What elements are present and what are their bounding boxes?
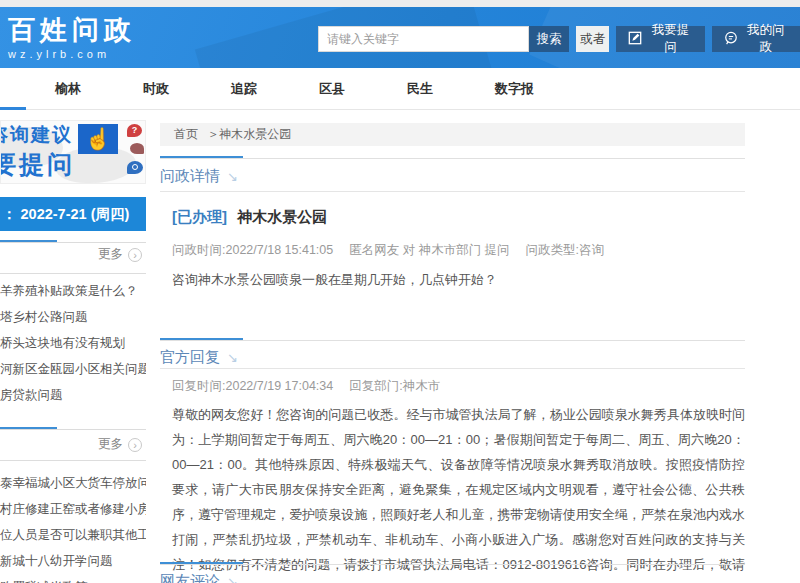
camera-bubble-icon (127, 161, 143, 174)
list-item[interactable]: 村庄修建正窑或者修建小房需要办 (0, 496, 146, 522)
ask-question-button[interactable]: 我要提问 (616, 26, 704, 52)
banner-text-line2: 要提问 (0, 148, 75, 181)
section-line (160, 562, 745, 565)
nav-active-indicator (0, 107, 26, 110)
search-input[interactable] (318, 26, 529, 52)
ask-question-label: 我要提问 (648, 22, 692, 56)
search-button[interactable]: 搜索 (529, 26, 569, 52)
section-title-reply: 官方回复↘ (160, 348, 238, 367)
sidebar-divider (0, 460, 146, 461)
site-header: 百姓问政 wz.ylrb.com 搜索 或者 我要提问 (0, 7, 800, 68)
list-item[interactable]: 泰幸福城小区大货车停放问题 (0, 470, 146, 496)
main-nav: 榆林 时政 追踪 区县 民生 数字报 (0, 68, 800, 110)
divider (160, 191, 745, 192)
list-item[interactable]: 河新区金瓯园小区相关问题 (0, 356, 146, 382)
chat-bubble-icon (130, 143, 144, 154)
reply-body: 尊敬的网友您好！您咨询的问题已收悉。经与市城管执法局了解，杨业公园喷泉水舞秀具体… (172, 402, 745, 583)
consult-banner[interactable]: 咨询建议 要提问 ☝ ? (0, 120, 146, 184)
section-title-detail: 问政详情↘ (160, 167, 238, 186)
sidebar-divider (0, 273, 146, 274)
or-button[interactable]: 或者 (576, 26, 609, 52)
section-arrow-icon: ↘ (227, 169, 238, 184)
list-item[interactable]: 购置税减半政策 (0, 574, 146, 583)
reply-meta: 回复时间:2022/7/19 17:04:34 回复部门:神木市 (172, 378, 440, 395)
speech-bubble-icon (724, 31, 738, 48)
chevron-right-circle-icon: › (128, 248, 142, 262)
banner-text-line1: 咨询建议 (0, 122, 73, 148)
more-label: 更多 (98, 436, 123, 453)
more-label: 更多 (98, 246, 123, 263)
list-item[interactable]: 新城十八幼开学问题 (0, 548, 146, 574)
section-line (160, 156, 745, 159)
more-link[interactable]: 更多 › (98, 436, 142, 453)
nav-item-shuzibao[interactable]: 数字报 (495, 80, 534, 98)
inquiry-question: 咨询神木水景公园喷泉一般在星期几开始，几点钟开始？ (172, 271, 745, 289)
list-item[interactable]: 房贷款问题 (0, 382, 146, 408)
question-bubble-icon: ? (127, 124, 142, 137)
pointer-hand-icon: ☝ (78, 124, 118, 154)
main-content: 首页 ＞神木水景公园 问政详情↘ [已办理] 神木水景公园 问政时间:2022/… (160, 120, 745, 583)
section-arrow-icon: ↘ (227, 574, 238, 583)
breadcrumb-home[interactable]: 首页 (174, 127, 198, 141)
nav-item-quxian[interactable]: 区县 (319, 80, 345, 98)
logo-title: 百姓问政 (8, 12, 136, 48)
inquiry-title-row: [已办理] 神木水景公园 (172, 208, 327, 227)
nav-item-shizheng[interactable]: 时政 (143, 80, 169, 98)
section-line (160, 338, 745, 341)
sidebar-section-line (0, 427, 146, 430)
my-inquiries-button[interactable]: 我的问政 (712, 26, 800, 52)
nav-item-zhuizong[interactable]: 追踪 (231, 80, 257, 98)
sidebar: 咨询建议 要提问 ☝ ? ： 2022-7-21 (周四) 更多 › 羊养殖补贴… (0, 120, 146, 583)
header-search-row: 搜索 或者 我要提问 (318, 26, 800, 52)
logo-subtitle: wz.ylrb.com (8, 48, 136, 60)
nav-item-minsheng[interactable]: 民生 (407, 80, 433, 98)
date-bar: ： 2022-7-21 (周四) (0, 197, 146, 231)
status-badge: [已办理] (172, 208, 227, 225)
chevron-right-circle-icon: › (128, 438, 142, 452)
list-item[interactable]: 桥头这块地有没有规划 (0, 330, 146, 356)
breadcrumb: 首页 ＞神木水景公园 (160, 123, 745, 146)
section-title-comments: 网友评论↘ (160, 572, 238, 583)
page: 百姓问政 wz.ylrb.com 搜索 或者 我要提问 (0, 0, 800, 583)
breadcrumb-current: ＞神木水景公园 (207, 127, 291, 141)
site-logo[interactable]: 百姓问政 wz.ylrb.com (8, 12, 136, 60)
pencil-square-icon (628, 31, 642, 48)
more-link[interactable]: 更多 › (98, 246, 142, 263)
divider (160, 368, 745, 369)
nav-item-yulin[interactable]: 榆林 (55, 80, 81, 98)
list-item[interactable]: 塔乡村公路问题 (0, 304, 146, 330)
inquiry-meta: 问政时间:2022/7/18 15:41:05 匿名网友 对 神木市部门 提问 … (172, 242, 604, 259)
inquiry-title: 神木水景公园 (237, 208, 327, 225)
list-item[interactable]: 羊养殖补贴政策是什么？ (0, 278, 146, 304)
list-item[interactable]: 位人员是否可以兼职其他工作 (0, 522, 146, 548)
top-strip (0, 0, 800, 7)
section-arrow-icon: ↘ (227, 350, 238, 365)
my-inquiries-label: 我的问政 (744, 22, 788, 56)
sidebar-section-line (0, 240, 146, 243)
